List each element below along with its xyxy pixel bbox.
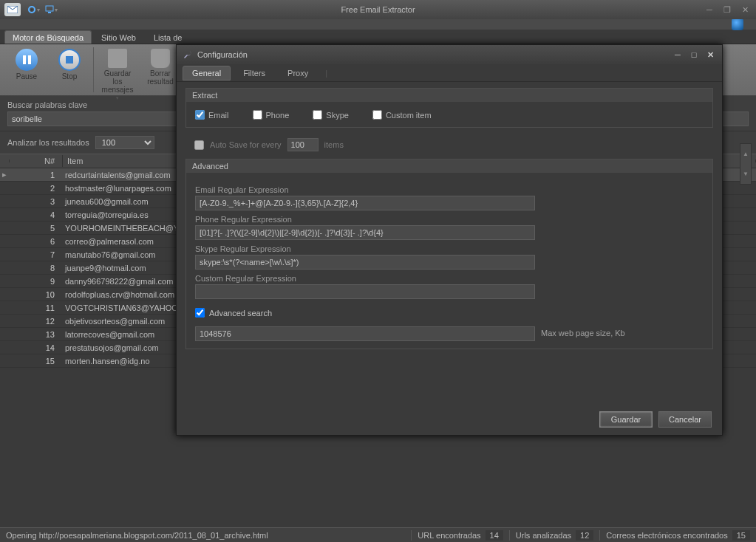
- autosave-value[interactable]: [287, 138, 319, 151]
- monitor-icon[interactable]: [44, 4, 55, 15]
- app-icon[interactable]: [4, 3, 21, 16]
- custom-regex-input[interactable]: [195, 284, 535, 299]
- guardar-mensajes-button[interactable]: Guardar los mensajes ▾: [100, 49, 135, 101]
- close-icon[interactable]: ✕: [738, 4, 752, 15]
- search-scroller[interactable]: ▲ ▼: [740, 143, 752, 185]
- help-gem-icon[interactable]: [732, 18, 743, 30]
- extract-title: Extract: [186, 89, 712, 103]
- analyze-select[interactable]: 100: [95, 136, 154, 149]
- titlebar: ▾ ▾ Free Email Extractor ─ ❐ ✕: [0, 0, 756, 19]
- advanced-search-checkbox[interactable]: Advanced search: [195, 308, 704, 318]
- pause-icon: [16, 49, 38, 71]
- max-pagesize-label: Max web page size, Kb: [541, 329, 625, 337]
- autosave-row: Auto Save for every items: [185, 135, 713, 159]
- statusbar: Opening http://poesapalmeriana.blogspot.…: [0, 527, 756, 542]
- svg-rect-3: [46, 6, 53, 11]
- advanced-title: Advanced: [186, 159, 712, 174]
- status-url-found: 14: [486, 530, 503, 541]
- maximize-icon[interactable]: ❐: [721, 4, 734, 15]
- advanced-fieldset: Advanced Email Regular Expression Phone …: [185, 159, 713, 349]
- tab-lista-de[interactable]: Lista de: [146, 30, 191, 44]
- dialog-tab-general[interactable]: General: [183, 66, 231, 80]
- skype-regex-label: Skype Regular Expression: [195, 244, 704, 253]
- email-regex-label: Email Regular Expression: [195, 185, 704, 194]
- scroll-up-icon[interactable]: ▲: [740, 144, 751, 164]
- svg-rect-4: [48, 12, 51, 13]
- status-url-analyzed: 12: [576, 530, 593, 541]
- dialog-close-icon[interactable]: ✕: [704, 49, 716, 60]
- tab-motor-busqueda[interactable]: Motor de Búsqueda: [4, 30, 92, 44]
- trash-icon: [151, 49, 170, 68]
- status-emails-label: Correos electrónicos encontrados: [606, 531, 727, 540]
- phone-regex-label: Phone Regular Expression: [195, 215, 704, 224]
- app-title: Free Email Extractor: [341, 5, 415, 14]
- pause-button[interactable]: Pause: [9, 49, 44, 80]
- stop-icon: [58, 49, 81, 71]
- dialog-titlebar[interactable]: Configuración ─ □ ✕: [177, 45, 722, 64]
- scroll-down-icon[interactable]: ▼: [740, 164, 751, 184]
- minimize-icon[interactable]: ─: [703, 4, 716, 15]
- email-regex-input[interactable]: [195, 196, 535, 210]
- custom-regex-label: Custom Regular Expression: [195, 274, 704, 283]
- cancel-button[interactable]: Cancelar: [658, 411, 712, 428]
- dialog-maximize-icon[interactable]: □: [688, 49, 700, 60]
- gear-icon[interactable]: [27, 4, 37, 15]
- save-button[interactable]: Guardar: [599, 411, 653, 428]
- tab-sitio-web[interactable]: Sitio Web: [93, 30, 144, 44]
- skype-regex-input[interactable]: [195, 255, 535, 270]
- autosave-checkbox: [194, 140, 204, 150]
- status-url-analyzed-label: Urls analizadas: [516, 531, 571, 540]
- status-url-found-label: URL encontradas: [418, 531, 480, 540]
- main-tabstrip: Motor de Búsqueda Sitio Web Lista de: [0, 30, 756, 44]
- status-opening: Opening http://poesapalmeriana.blogspot.…: [6, 531, 268, 540]
- extract-email-checkbox[interactable]: Email: [195, 110, 229, 120]
- svg-point-2: [31, 9, 33, 11]
- col-n[interactable]: N#: [10, 155, 63, 167]
- stop-button[interactable]: Stop: [52, 49, 87, 80]
- config-dialog: Configuración ─ □ ✕ General Filters Prox…: [176, 44, 723, 436]
- phone-regex-input[interactable]: [195, 225, 535, 240]
- save-icon: [108, 49, 127, 68]
- borrar-resultados-button[interactable]: Borrar resultad: [143, 49, 178, 101]
- dialog-tabs: General Filters Proxy |: [177, 64, 722, 82]
- dialog-minimize-icon[interactable]: ─: [672, 49, 684, 60]
- dialog-tab-filters[interactable]: Filters: [234, 66, 275, 80]
- status-emails: 15: [732, 530, 750, 541]
- analyze-label: Analizar los resultados: [7, 138, 89, 147]
- ribbon-accent-row: [0, 19, 756, 30]
- extract-fieldset: Extract Email Phone Skype Custom item: [185, 88, 713, 128]
- dialog-title: Configuración: [197, 50, 248, 59]
- max-pagesize-input[interactable]: [195, 326, 535, 341]
- extract-custom-checkbox[interactable]: Custom item: [372, 110, 432, 120]
- dialog-tab-proxy[interactable]: Proxy: [278, 66, 318, 80]
- wrench-icon: [183, 49, 193, 60]
- extract-phone-checkbox[interactable]: Phone: [253, 110, 290, 120]
- extract-skype-checkbox[interactable]: Skype: [313, 110, 349, 120]
